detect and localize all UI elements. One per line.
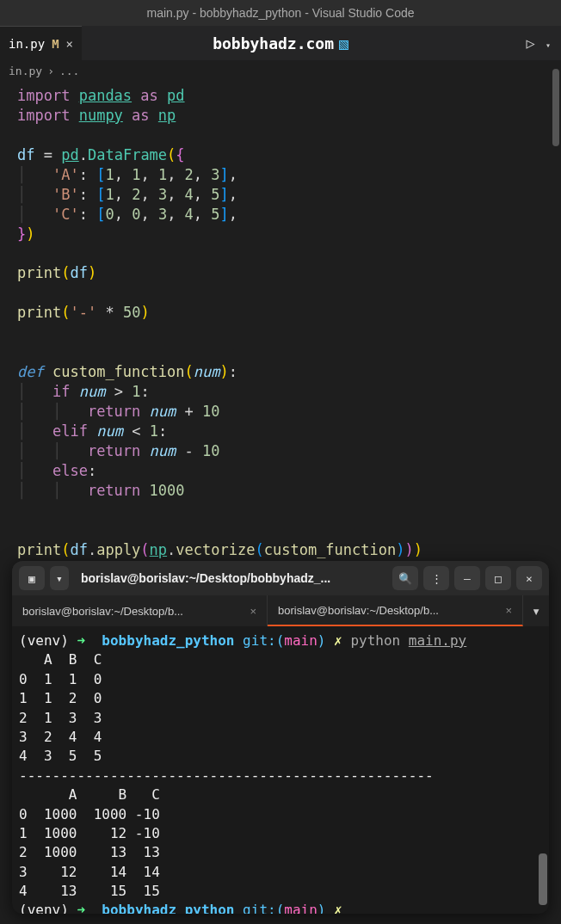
url-badge: bobbyhadz.com ▧ bbox=[213, 34, 348, 52]
terminal-tabs-dropdown[interactable]: ▾ bbox=[523, 602, 549, 619]
terminal-output[interactable]: (venv) ➜ bobbyhadz_python git:(main) ✗ p… bbox=[12, 626, 549, 914]
chevron-down-icon: ▾ bbox=[546, 40, 551, 50]
terminal-title: borislav@borislav:~/Desktop/bobbyhadz_..… bbox=[74, 571, 387, 585]
breadcrumb-more: ... bbox=[59, 65, 79, 77]
window-title-bar: main.py - bobbyhadz_python - Visual Stud… bbox=[0, 0, 561, 26]
search-icon: 🔍 bbox=[398, 572, 412, 585]
close-button[interactable]: × bbox=[516, 566, 542, 590]
terminal-tab-2[interactable]: borislav@borislav:~/Desktop/b... × bbox=[268, 595, 523, 626]
chevron-down-icon: ▾ bbox=[532, 602, 540, 619]
breadcrumb-sep: › bbox=[47, 65, 54, 77]
breadcrumb[interactable]: in.py › ... bbox=[0, 60, 561, 81]
kebab-icon: ⋮ bbox=[431, 572, 442, 585]
chevron-down-icon: ▾ bbox=[56, 572, 63, 585]
play-icon: ▷ bbox=[526, 34, 534, 52]
tab-filename: in.py bbox=[9, 37, 45, 51]
terminal-dropdown-button[interactable]: ▾ bbox=[50, 566, 69, 590]
minimize-icon: — bbox=[464, 572, 471, 585]
cube-icon: ▧ bbox=[339, 34, 348, 52]
run-button[interactable]: ▷ ▾ bbox=[526, 34, 551, 52]
tab-close-icon[interactable]: × bbox=[250, 605, 256, 618]
code-editor[interactable]: import pandas as pd import numpy as np d… bbox=[0, 81, 561, 565]
breadcrumb-file: in.py bbox=[9, 65, 42, 77]
editor-tab-bar: in.py M × bobbyhadz.com ▧ ▷ ▾ bbox=[0, 26, 561, 60]
tab-close-icon[interactable]: × bbox=[66, 37, 73, 51]
editor-scrollbar[interactable] bbox=[552, 69, 559, 146]
terminal-tab-1[interactable]: borislav@borislav:~/Desktop/b... × bbox=[12, 595, 268, 626]
minimize-button[interactable]: — bbox=[454, 566, 480, 590]
editor-tab-main[interactable]: in.py M × bbox=[0, 26, 82, 60]
terminal-window: ▣ ▾ borislav@borislav:~/Desktop/bobbyhad… bbox=[12, 561, 549, 914]
tab-close-icon[interactable]: × bbox=[505, 604, 512, 617]
tab-modified-marker: M bbox=[52, 37, 59, 51]
terminal-menu-button[interactable]: ⋮ bbox=[423, 566, 449, 590]
close-icon: × bbox=[526, 572, 533, 585]
terminal-scrollbar[interactable] bbox=[539, 853, 547, 905]
terminal-header: ▣ ▾ borislav@borislav:~/Desktop/bobbyhad… bbox=[12, 561, 549, 595]
terminal-tabs: borislav@borislav:~/Desktop/b... × boris… bbox=[12, 595, 549, 626]
terminal-icon: ▣ bbox=[28, 572, 35, 585]
window-title: main.py - bobbyhadz_python - Visual Stud… bbox=[146, 6, 414, 20]
maximize-button[interactable]: □ bbox=[485, 566, 511, 590]
terminal-new-tab-button[interactable]: ▣ bbox=[19, 566, 45, 590]
maximize-icon: □ bbox=[495, 572, 502, 585]
terminal-search-button[interactable]: 🔍 bbox=[392, 566, 418, 590]
